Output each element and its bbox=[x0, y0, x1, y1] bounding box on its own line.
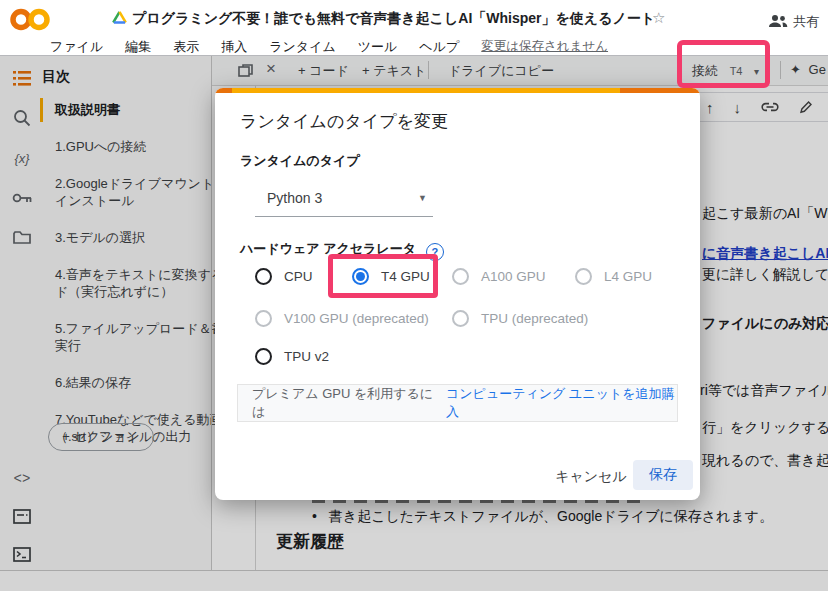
runtime-type-value: Python 3 bbox=[267, 190, 322, 206]
colab-window: プログラミング不要！誰でも無料で音声書き起こしAI「Whisper」を使えるノー… bbox=[0, 0, 828, 591]
menu-help[interactable]: ヘルプ bbox=[419, 38, 459, 55]
share-label: 共有 bbox=[793, 13, 819, 31]
radio-icon bbox=[575, 268, 592, 285]
notebook-title[interactable]: プログラミング不要！誰でも無料で音声書き起こしAI「Whisper」を使えるノー… bbox=[132, 10, 655, 28]
radio-option-l4-gpu: L4 GPU bbox=[575, 266, 652, 286]
share-button[interactable]: 共有 bbox=[768, 13, 819, 31]
buy-compute-units-link[interactable]: コンピューティング ユニットを追加購入 bbox=[446, 385, 677, 421]
drive-icon bbox=[112, 10, 127, 29]
radio-icon bbox=[255, 348, 272, 365]
menu-insert[interactable]: 挿入 bbox=[221, 38, 247, 55]
runtime-type-select[interactable]: Python 3 ▼ bbox=[255, 182, 433, 217]
radio-option-tpu-v2[interactable]: TPU v2 bbox=[255, 346, 329, 366]
colab-logo-icon[interactable] bbox=[10, 6, 50, 37]
radio-option-cpu[interactable]: CPU bbox=[255, 266, 313, 286]
select-dropdown-icon: ▼ bbox=[418, 193, 427, 203]
annotation-highlight-connect bbox=[677, 40, 770, 88]
radio-icon bbox=[255, 310, 272, 327]
radio-icon bbox=[255, 268, 272, 285]
dialog-progress-bar bbox=[215, 88, 700, 93]
menu-file[interactable]: ファイル bbox=[50, 38, 103, 55]
star-icon[interactable]: ☆ bbox=[652, 9, 665, 27]
premium-gpu-notice: プレミアム GPU を利用するには コンピューティング ユニットを追加購入 bbox=[237, 384, 678, 422]
menu-tools[interactable]: ツール bbox=[358, 38, 398, 55]
menu-edit[interactable]: 編集 bbox=[125, 38, 151, 55]
people-icon bbox=[768, 14, 788, 31]
annotation-highlight-t4-gpu bbox=[328, 254, 438, 298]
cancel-button[interactable]: キャンセル bbox=[547, 462, 635, 492]
runtime-type-label: ランタイムのタイプ bbox=[240, 152, 360, 170]
radio-icon bbox=[452, 310, 469, 327]
change-runtime-dialog: ランタイムのタイプを変更 ランタイムのタイプ Python 3 ▼ ハードウェア… bbox=[215, 88, 700, 500]
radio-option-a100-gpu: A100 GPU bbox=[452, 266, 546, 286]
radio-option-tpu: TPU (deprecated) bbox=[452, 308, 588, 328]
save-status[interactable]: 変更は保存されません bbox=[481, 38, 608, 55]
radio-icon bbox=[452, 268, 469, 285]
dialog-title: ランタイムのタイプを変更 bbox=[240, 110, 448, 133]
menu-view[interactable]: 表示 bbox=[173, 38, 199, 55]
radio-option-v100-gpu: V100 GPU (deprecated) bbox=[255, 308, 429, 328]
menu-bar: ファイル 編集 表示 挿入 ランタイム ツール ヘルプ 変更は保存されません bbox=[50, 38, 608, 55]
save-button[interactable]: 保存 bbox=[633, 460, 693, 490]
menu-runtime[interactable]: ランタイム bbox=[269, 38, 336, 55]
